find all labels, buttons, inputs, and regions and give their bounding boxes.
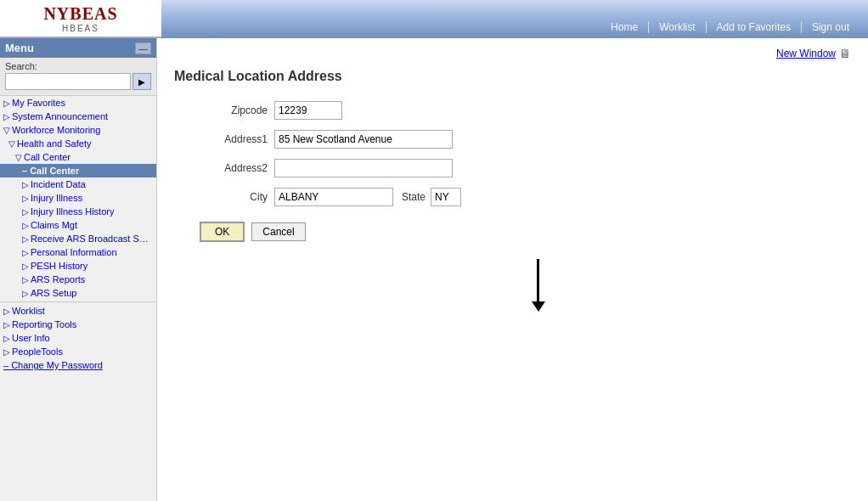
sidebar-item-my-favorites[interactable]: ▷My Favorites [0, 96, 156, 110]
arrow-icon: ▷ [22, 234, 29, 244]
sidebar-item-system-announcement[interactable]: ▷System Announcement [0, 110, 156, 123]
sidebar-item-worklist[interactable]: ▷Worklist [0, 304, 156, 318]
new-window-icon[interactable]: 🖥 [839, 47, 851, 60]
cancel-button[interactable]: Cancel [251, 222, 305, 241]
menu-label: Menu [5, 42, 34, 54]
sign-out-link[interactable]: Sign out [802, 21, 860, 33]
page-title: Medical Location Address [174, 69, 851, 84]
city-label: City [200, 191, 268, 203]
arrow-icon: ▷ [3, 112, 10, 121]
address1-input[interactable] [274, 130, 453, 149]
arrow-head [532, 301, 545, 312]
arrow-icon: ▽ [3, 126, 10, 135]
nav-links: Home Worklist Add to Favorites Sign out [600, 21, 860, 33]
menu-divider [0, 301, 156, 302]
new-window-link[interactable]: New Window [776, 48, 836, 59]
sidebar-item-pesh-history[interactable]: ▷PESH History [0, 259, 156, 273]
sidebar-item-people-tools[interactable]: ▷PeopleTools [0, 345, 156, 358]
arrow-icon: ▷ [3, 307, 10, 316]
arrow-icon: ▷ [22, 248, 29, 257]
address1-row: Address1 [200, 130, 851, 149]
logo: NYBEAS HBEAS [43, 4, 117, 33]
search-label: Search: [5, 61, 151, 71]
sidebar-item-call-center-active[interactable]: – Call Center [0, 164, 156, 177]
sidebar-item-personal-info[interactable]: ▷Personal Information [0, 245, 156, 259]
sidebar-item-ars-setup[interactable]: ▷ARS Setup [0, 286, 156, 300]
arrow-annotation [225, 259, 851, 312]
arrow-icon: ▷ [22, 289, 29, 298]
content-area: Menu — Search: ▶ ▷My Favorites ▷System A… [0, 38, 868, 501]
button-row: OK Cancel [200, 222, 851, 242]
address2-input[interactable] [274, 159, 453, 177]
sidebar-item-change-password[interactable]: – Change My Password [0, 358, 156, 372]
arrow-icon: ▷ [22, 221, 29, 230]
sidebar-item-ars-reports[interactable]: ▷ARS Reports [0, 273, 156, 286]
home-link[interactable]: Home [600, 21, 649, 33]
add-favorites-link[interactable]: Add to Favorites [707, 21, 802, 33]
sidebar-item-injury-illness[interactable]: ▷Injury Illness [0, 191, 156, 205]
city-state-row: City State [200, 188, 851, 206]
arrow-line [537, 259, 539, 301]
sidebar-item-call-center-parent[interactable]: ▽Call Center [0, 150, 156, 164]
worklist-link[interactable]: Worklist [649, 21, 706, 33]
zipcode-label: Zipcode [200, 104, 268, 116]
new-window-bar: New Window 🖥 [174, 47, 851, 60]
logo-line2: HBEAS [43, 24, 117, 33]
sidebar-item-workforce-monitoring[interactable]: ▽Workforce Monitoring [0, 123, 156, 137]
form-area: Zipcode Address1 Address2 City State [174, 101, 851, 312]
search-input[interactable] [5, 73, 131, 90]
sidebar-item-claims-mgt[interactable]: ▷Claims Mgt [0, 218, 156, 232]
zipcode-row: Zipcode [200, 101, 851, 120]
sidebar: Menu — Search: ▶ ▷My Favorites ▷System A… [0, 38, 157, 501]
header-right: Home Worklist Add to Favorites Sign out [161, 0, 868, 38]
state-label: State [402, 191, 426, 203]
arrow-icon: ▷ [22, 275, 29, 284]
ok-button[interactable]: OK [200, 222, 245, 242]
sidebar-minimize-button[interactable]: — [135, 42, 151, 54]
city-input[interactable] [274, 188, 393, 206]
arrow-icon: ▷ [3, 320, 10, 329]
sidebar-item-reporting-tools[interactable]: ▷Reporting Tools [0, 318, 156, 331]
search-button[interactable]: ▶ [132, 73, 151, 90]
address1-label: Address1 [200, 133, 268, 145]
address2-row: Address2 [200, 159, 851, 177]
logo-line1: NYBEAS [43, 4, 117, 24]
arrow-icon: ▽ [8, 139, 15, 149]
sidebar-item-receive-ars[interactable]: ▷Receive ARS Broadcast System [0, 232, 156, 245]
arrow-icon: ▷ [22, 207, 29, 217]
arrow-icon: ▷ [3, 334, 10, 343]
sidebar-item-injury-illness-history[interactable]: ▷Injury Illness History [0, 205, 156, 218]
arrow-icon: ▷ [22, 180, 29, 189]
sidebar-title: Menu — [0, 38, 156, 58]
sidebar-item-user-info[interactable]: ▷User Info [0, 331, 156, 345]
zipcode-input[interactable] [274, 101, 342, 120]
logo-area: NYBEAS HBEAS [0, 0, 161, 38]
sidebar-item-incident-data[interactable]: ▷Incident Data [0, 177, 156, 191]
address2-label: Address2 [200, 162, 268, 174]
state-input[interactable] [431, 188, 461, 206]
sidebar-item-health-and-safety[interactable]: ▽Health and Safety [0, 137, 156, 150]
arrow-icon: ▽ [15, 153, 22, 162]
arrow-icon: ▷ [22, 194, 29, 203]
search-area: Search: ▶ [0, 58, 156, 96]
arrow-icon: ▷ [3, 347, 10, 357]
search-row: ▶ [5, 73, 151, 90]
main-content: New Window 🖥 Medical Location Address Zi… [157, 38, 868, 501]
arrow-icon: ▷ [22, 262, 29, 271]
arrow-icon: ▷ [3, 99, 10, 108]
top-header: NYBEAS HBEAS Home Worklist Add to Favori… [0, 0, 868, 38]
